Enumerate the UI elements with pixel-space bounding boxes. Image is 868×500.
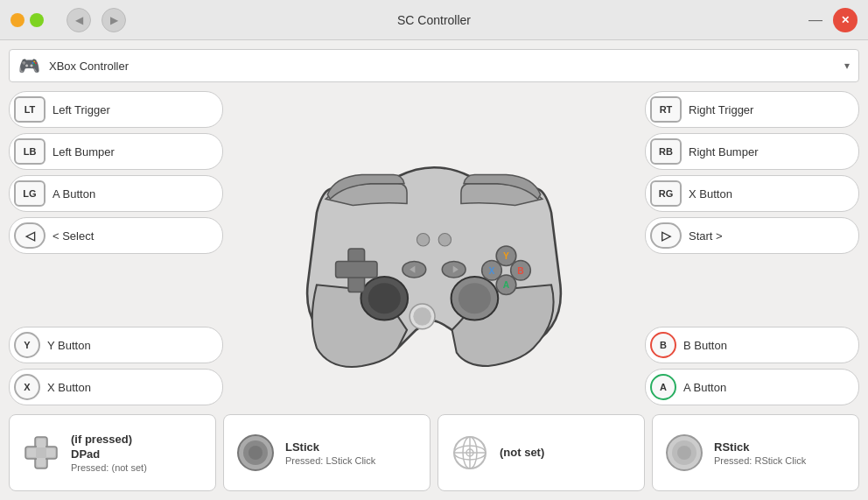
rt-badge: RT bbox=[650, 96, 682, 123]
x-button-row-left[interactable]: X X Button bbox=[9, 369, 223, 405]
x-badge-left: X bbox=[14, 374, 40, 400]
lg-badge: LG bbox=[14, 180, 46, 207]
svg-text:Y: Y bbox=[503, 251, 509, 261]
a-label: A Button bbox=[683, 381, 726, 394]
a-button-row[interactable]: A A Button bbox=[645, 369, 859, 405]
lt-badge: LT bbox=[14, 96, 46, 123]
right-buttons-panel: RT Right Trigger RB Right Bumper RG X Bu… bbox=[645, 91, 859, 405]
lstick-title: LStick bbox=[285, 440, 375, 454]
start-badge: ▷ bbox=[650, 222, 682, 249]
svg-point-22 bbox=[413, 307, 431, 326]
svg-text:B: B bbox=[517, 265, 523, 275]
svg-rect-5 bbox=[336, 261, 377, 278]
dropdown-arrow-icon: ▾ bbox=[844, 60, 850, 72]
window-close-button[interactable]: ✕ bbox=[833, 8, 858, 32]
dpad-icon bbox=[20, 432, 62, 474]
lg-button-row[interactable]: LG A Button bbox=[9, 175, 223, 212]
forward-button[interactable]: ▶ bbox=[102, 8, 126, 32]
lb-button-row[interactable]: LB Left Bumper bbox=[9, 133, 223, 170]
svg-text:X: X bbox=[489, 265, 495, 275]
svg-rect-27 bbox=[36, 447, 46, 458]
a-badge: A bbox=[650, 374, 676, 400]
y-button-row[interactable]: Y Y Button bbox=[9, 327, 223, 363]
minimize-button[interactable] bbox=[10, 13, 24, 27]
lstick-card-text: LStick Pressed: LStick Click bbox=[285, 440, 375, 466]
rg-label: X Button bbox=[689, 187, 732, 201]
notset-title: (not set) bbox=[500, 446, 544, 459]
lstick-icon bbox=[234, 432, 276, 474]
x-label-left: X Button bbox=[47, 381, 91, 394]
select-badge: ◁ bbox=[14, 222, 46, 249]
dpad-title-line1: (if pressed) bbox=[71, 433, 147, 446]
svg-point-30 bbox=[248, 446, 262, 460]
notset-card-text: (not set) bbox=[500, 446, 544, 461]
rt-label: Right Trigger bbox=[689, 103, 753, 116]
rg-button-row[interactable]: RG X Button bbox=[645, 175, 859, 212]
gamepad-icon: 🎮 bbox=[18, 55, 40, 76]
lt-label: Left Trigger bbox=[52, 103, 110, 116]
rstick-sub: Pressed: RStick Click bbox=[714, 455, 806, 466]
controller-display: Y X B A bbox=[230, 91, 638, 405]
back-icon: ◀ bbox=[75, 14, 83, 26]
lg-label: A Button bbox=[52, 187, 95, 201]
forward-icon: ▶ bbox=[110, 14, 118, 26]
controller-name: XBox Controller bbox=[49, 60, 836, 73]
rb-button-row[interactable]: RB Right Bumper bbox=[645, 133, 859, 170]
svg-point-19 bbox=[416, 233, 429, 245]
rstick-card[interactable]: RStick Pressed: RStick Click bbox=[652, 414, 859, 491]
rg-badge: RG bbox=[650, 180, 682, 207]
select-label: < Select bbox=[52, 229, 94, 243]
select-button-row[interactable]: ◁ < Select bbox=[9, 217, 223, 254]
left-bottom-buttons: Y Y Button X X Button bbox=[9, 327, 223, 405]
b-label: B Button bbox=[683, 339, 727, 352]
rstick-icon bbox=[663, 432, 705, 474]
lstick-card[interactable]: LStick Pressed: LStick Click bbox=[223, 414, 430, 491]
svg-point-3 bbox=[458, 283, 491, 313]
controller-selector[interactable]: 🎮 XBox Controller ▾ bbox=[9, 49, 859, 82]
svg-text:A: A bbox=[503, 280, 510, 290]
dpad-card-text: (if pressed) DPad Pressed: (not set) bbox=[71, 433, 147, 473]
window-controls: ◀ ▶ bbox=[10, 8, 126, 32]
title-bar: ◀ ▶ SC Controller — ✕ bbox=[0, 0, 868, 40]
b-badge: B bbox=[650, 332, 676, 358]
lstick-sub: Pressed: LStick Click bbox=[285, 455, 375, 466]
middle-section: LT Left Trigger LB Left Bumper LG A Butt… bbox=[9, 91, 859, 405]
lb-label: Left Bumper bbox=[52, 145, 115, 158]
y-badge: Y bbox=[14, 332, 40, 358]
dpad-card[interactable]: (if pressed) DPad Pressed: (not set) bbox=[9, 414, 216, 491]
y-label: Y Button bbox=[47, 339, 91, 352]
lt-button-row[interactable]: LT Left Trigger bbox=[9, 91, 223, 128]
right-top-buttons: RT Right Trigger RB Right Bumper RG X Bu… bbox=[645, 91, 859, 254]
rstick-title: RStick bbox=[714, 440, 806, 454]
window-minimize-button[interactable]: — bbox=[803, 8, 828, 32]
b-button-row[interactable]: B B Button bbox=[645, 327, 859, 363]
svg-point-20 bbox=[438, 233, 451, 245]
bottom-section: (if pressed) DPad Pressed: (not set) LSt… bbox=[9, 414, 859, 491]
main-content: 🎮 XBox Controller ▾ LT Left Trigger LB L… bbox=[0, 40, 868, 500]
notset-icon bbox=[449, 432, 491, 474]
dpad-title-line2: DPad bbox=[71, 447, 147, 461]
left-top-buttons: LT Left Trigger LB Left Bumper LG A Butt… bbox=[9, 91, 223, 254]
start-label: Start > bbox=[689, 229, 723, 243]
start-button-row[interactable]: ▷ Start > bbox=[645, 217, 859, 254]
svg-point-39 bbox=[677, 446, 691, 460]
right-bottom-buttons: B B Button A A Button bbox=[645, 327, 859, 405]
rstick-card-text: RStick Pressed: RStick Click bbox=[714, 440, 806, 466]
lb-badge: LB bbox=[14, 138, 46, 165]
back-button[interactable]: ◀ bbox=[66, 8, 91, 32]
rb-label: Right Bumper bbox=[689, 145, 758, 158]
dpad-sub: Pressed: (not set) bbox=[71, 462, 147, 473]
left-buttons-panel: LT Left Trigger LB Left Bumper LG A Butt… bbox=[9, 91, 223, 405]
window-title: SC Controller bbox=[397, 13, 471, 27]
rt-button-row[interactable]: RT Right Trigger bbox=[645, 91, 859, 128]
gamepad-svg: Y X B A bbox=[290, 122, 578, 376]
svg-point-1 bbox=[368, 283, 401, 313]
rb-badge: RB bbox=[650, 138, 682, 165]
maximize-button[interactable] bbox=[30, 13, 44, 27]
notset-card[interactable]: (not set) bbox=[438, 414, 645, 491]
